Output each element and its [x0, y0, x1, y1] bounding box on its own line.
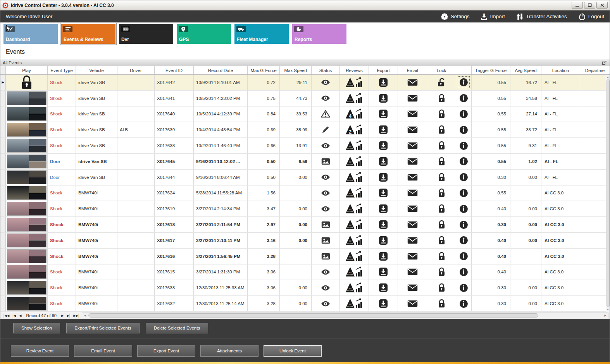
review-score-icon[interactable]: NOSCORE [345, 140, 363, 151]
lock-cell[interactable] [427, 217, 456, 232]
export-icon[interactable] [379, 252, 388, 261]
status-cell[interactable] [312, 185, 340, 201]
lock-cell[interactable] [427, 154, 456, 169]
image-status-icon[interactable] [321, 237, 330, 244]
info-cell[interactable] [456, 154, 472, 169]
status-cell[interactable] [312, 138, 340, 153]
vertical-scrollbar[interactable]: ▲ ▼ [606, 75, 610, 312]
review-score-icon[interactable]: NOSCORE [345, 219, 363, 230]
column-header-max-g-force[interactable]: Max G-Force [248, 66, 280, 74]
eye-status-icon[interactable] [321, 269, 330, 275]
reviews-cell[interactable]: NOSCORE [340, 138, 369, 153]
review-score-icon[interactable]: NOSCORE [345, 187, 363, 198]
column-header-vehicle[interactable]: Vehicle [76, 66, 117, 74]
row-indicator[interactable] [0, 296, 6, 311]
email-cell[interactable] [398, 264, 427, 280]
table-row[interactable]: ShockBMW740iX01763312/30/2013 11:25:33 A… [0, 280, 610, 296]
status-cell[interactable] [312, 280, 340, 295]
review-score-icon[interactable]: NOSCORE [345, 298, 363, 309]
delete-selected-events-button[interactable]: Delete Selected Events [146, 323, 209, 333]
info-cell[interactable] [456, 138, 472, 153]
email-icon[interactable] [407, 284, 418, 291]
popout-panel-icon[interactable] [602, 61, 607, 65]
lock-closed-icon[interactable] [438, 220, 445, 229]
export-cell[interactable] [369, 296, 398, 311]
export-cell[interactable] [369, 185, 398, 201]
email-cell[interactable] [398, 91, 427, 106]
row-indicator[interactable] [0, 249, 6, 264]
table-row[interactable]: ShockBMW740iX0176163/27/2014 1:56:45 PM3… [0, 249, 610, 264]
play-cell[interactable] [6, 75, 48, 90]
review-event-button[interactable]: Review Event [11, 345, 69, 357]
nav-first-button[interactable]: |◀◀ [2, 314, 11, 318]
status-cell[interactable] [312, 75, 340, 90]
email-cell[interactable] [398, 170, 427, 185]
status-cell[interactable] [312, 217, 340, 232]
lock-cell[interactable] [427, 233, 456, 248]
info-cell[interactable] [456, 264, 472, 280]
export-icon[interactable] [379, 141, 388, 150]
table-row[interactable]: Dooridrive Van SBX0176459/16/2014 10:12:… [0, 154, 610, 170]
image-status-icon[interactable] [321, 158, 330, 165]
scroll-up-arrow-icon[interactable]: ▲ [607, 75, 609, 79]
event-thumbnail[interactable] [7, 202, 47, 216]
lock-closed-icon[interactable] [438, 94, 445, 103]
unlock-event-button[interactable]: Unlock Event [264, 345, 322, 357]
row-indicator[interactable] [0, 170, 6, 185]
column-header-location[interactable]: Location [541, 66, 580, 74]
info-icon[interactable] [459, 125, 468, 134]
review-score-icon[interactable]: NOSCORE [345, 235, 363, 246]
nav-prev-button[interactable]: ◀ [17, 314, 23, 318]
row-indicator[interactable]: ▶ [0, 75, 6, 90]
reviews-cell[interactable]: NOSCORE [340, 280, 369, 295]
export-cell[interactable] [369, 122, 398, 137]
lock-cell[interactable] [427, 75, 456, 90]
eye-status-icon[interactable] [321, 79, 330, 85]
table-row[interactable]: ShockBMW740iX0176173/27/2014 2:10:11 PM3… [0, 233, 610, 249]
warning-status-icon[interactable] [321, 110, 330, 118]
topbar-action-settings[interactable]: Settings [441, 13, 470, 20]
info-icon[interactable] [459, 173, 468, 182]
export-cell[interactable] [369, 201, 398, 216]
row-indicator[interactable] [0, 138, 6, 153]
topbar-action-logout[interactable]: Logout [579, 13, 604, 20]
maximize-button[interactable] [584, 2, 595, 9]
email-icon[interactable] [407, 142, 418, 149]
info-cell[interactable] [456, 296, 472, 311]
topbar-action-import[interactable]: Import [481, 13, 505, 20]
eye-status-icon[interactable] [321, 190, 330, 196]
export-icon[interactable] [379, 299, 388, 308]
lock-cell[interactable] [427, 91, 456, 106]
lock-closed-icon[interactable] [438, 125, 445, 134]
info-cell[interactable] [456, 280, 472, 295]
export-cell[interactable] [369, 280, 398, 295]
column-header-departme[interactable]: Departme [580, 66, 610, 74]
review-score-icon[interactable]: NOSCORE [345, 251, 363, 262]
column-header-max-speed[interactable]: Max Speed [280, 66, 312, 74]
play-cell[interactable] [6, 106, 48, 122]
nav-tile-fleet-manager[interactable]: Fleet Manager [234, 24, 289, 44]
review-score-icon[interactable]: NOSCORE [345, 93, 363, 104]
info-icon[interactable] [459, 94, 468, 103]
info-icon[interactable] [459, 78, 468, 87]
info-cell[interactable] [456, 91, 472, 106]
eye-status-icon[interactable] [321, 301, 330, 307]
column-header-export[interactable]: Export [369, 66, 398, 74]
row-indicator[interactable] [0, 106, 6, 122]
lock-closed-icon[interactable] [438, 157, 445, 166]
email-icon[interactable] [407, 300, 418, 307]
event-thumbnail[interactable] [7, 218, 47, 232]
reviews-cell[interactable]: NOSCORE [340, 201, 369, 216]
vscrollbar-thumb[interactable] [607, 79, 610, 307]
info-cell[interactable] [456, 201, 472, 216]
event-thumbnail[interactable] [7, 139, 47, 153]
review-score-icon[interactable]: 4 [345, 108, 363, 119]
play-cell[interactable] [6, 170, 48, 185]
email-icon[interactable] [407, 189, 418, 196]
lock-closed-icon[interactable] [438, 299, 445, 308]
email-cell[interactable] [398, 75, 427, 90]
export-event-button[interactable]: Export Event [137, 345, 195, 357]
close-button[interactable] [596, 2, 608, 9]
table-row[interactable]: ▶Shockidrive Van SBX01764210/9/2014 8:10… [0, 75, 610, 91]
status-cell[interactable] [312, 154, 340, 169]
